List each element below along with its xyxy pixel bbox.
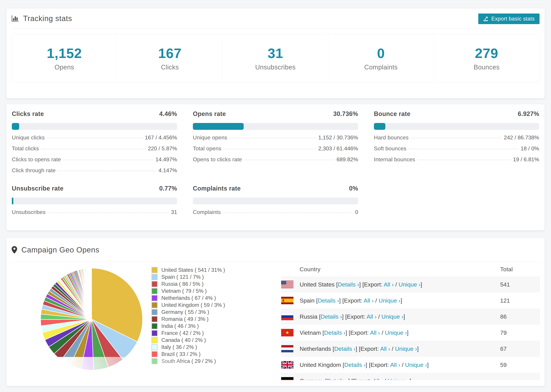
export-all-link[interactable]: All › <box>373 378 383 380</box>
details-link[interactable]: Details › <box>334 345 356 352</box>
legend-label: Canada ( 40 / 2% ) <box>161 337 206 343</box>
legend-label: Russia ( 86 / 5% ) <box>161 281 204 287</box>
rate-row-label: Unique opens <box>193 134 227 141</box>
details-link[interactable]: Details › <box>344 362 366 368</box>
export-unique-link[interactable]: Unique › <box>405 362 427 368</box>
rate-row-value: 14.497% <box>155 156 177 163</box>
export-all-link[interactable]: All › <box>380 345 390 352</box>
export-all-link[interactable]: All › <box>390 362 400 368</box>
rate-value: 6.927% <box>518 110 539 118</box>
export-prefix: Export: <box>344 297 362 304</box>
legend-swatch <box>151 337 158 343</box>
export-unique-link[interactable]: Unique › <box>399 281 421 288</box>
dotted-leader <box>411 138 502 138</box>
country-name: Vietnam <box>300 329 321 336</box>
country-cell: United States [Details ›] [Export: All ›… <box>281 281 500 288</box>
rate-row-label: Click through rate <box>12 167 56 174</box>
pie-svg[interactable] <box>37 264 146 374</box>
progress-bar <box>12 123 177 130</box>
pie-slice-other[interactable] <box>91 268 92 319</box>
details-link[interactable]: Details › <box>324 329 346 336</box>
rate-row-value: 31 <box>171 209 177 215</box>
legend-swatch <box>151 281 158 287</box>
rate-head: Bounce rate6.927% <box>374 110 539 118</box>
bar-chart-icon <box>11 15 19 22</box>
stat-value: 279 <box>475 45 498 61</box>
table-row-germany: Germany [Details ›] [Export: All › / Uni… <box>281 373 540 380</box>
legend-swatch <box>151 288 158 294</box>
legend-label: United Kingdom ( 59 / 3% ) <box>161 302 225 308</box>
rate-row-hard-bounces: Hard bounces242 / 86.738% <box>374 134 539 141</box>
country-total: 86 <box>500 313 540 320</box>
country-links: Spain [Details ›] [Export: All › / Uniqu… <box>300 297 402 304</box>
export-unique-link[interactable]: Unique › <box>385 329 407 336</box>
stat-label: Unsubscribes <box>255 64 296 71</box>
legend-label: Romania ( 49 / 3% ) <box>161 316 209 322</box>
rate-row-label: Internal bounces <box>374 156 415 163</box>
details-link[interactable]: Details › <box>338 281 359 288</box>
rate-row-label: Unsubscribes <box>12 209 46 215</box>
rate-title: Unsubscribe rate <box>12 185 64 192</box>
export-unique-link[interactable]: Unique › <box>379 297 401 304</box>
legend-item-united-states: United States ( 541 / 31% ) <box>151 266 237 273</box>
legend-swatch <box>151 316 158 322</box>
rate-title: Bounce rate <box>374 110 410 118</box>
progress-bar <box>12 197 177 204</box>
dotted-leader <box>41 149 146 149</box>
country-name: United Kingdom <box>300 362 341 368</box>
rate-row-complaints: Complaints0 <box>193 209 358 215</box>
details-link[interactable]: Details › <box>327 378 348 380</box>
table-row-netherlands: Netherlands [Details ›] [Export: All › /… <box>281 341 540 357</box>
table-row-russia: Russia [Details ›] [Export: All › / Uniq… <box>281 308 540 325</box>
rate-rows: Hard bounces242 / 86.738%Soft bounces18 … <box>374 134 539 163</box>
progress-bar <box>193 197 358 204</box>
export-all-link[interactable]: All › <box>370 329 380 336</box>
legend-label: South Africa ( 29 / 2% ) <box>161 358 216 364</box>
geo-header: Campaign Geo Opens <box>11 238 540 262</box>
spain-flag-icon <box>281 297 293 304</box>
export-unique-link[interactable]: Unique › <box>388 378 410 380</box>
rate-row-total-clicks: Total clicks220 / 5.87% <box>12 145 177 152</box>
summary-stat-opens: 1,152Opens <box>12 34 117 82</box>
country-cell: Russia [Details ›] [Export: All › / Uniq… <box>281 313 500 320</box>
export-unique-link[interactable]: Unique › <box>395 345 417 352</box>
tracking-stats-card: Tracking stats Export basic stats 1,152O… <box>6 8 545 98</box>
country-name: Netherlands <box>300 345 331 352</box>
stat-label: Complaints <box>364 64 398 71</box>
rate-block-bounce-rate: Bounce rate6.927%Hard bounces242 / 86.73… <box>374 110 539 174</box>
stat-label: Clicks <box>161 64 179 71</box>
legend-item-canada: Canada ( 40 / 2% ) <box>151 336 237 343</box>
export-prefix: Export: <box>347 313 365 320</box>
dotted-leader <box>48 212 169 213</box>
legend-swatch <box>151 309 158 315</box>
details-link[interactable]: Details › <box>321 313 342 320</box>
export-all-link[interactable]: All › <box>367 313 377 320</box>
legend-item-india: India ( 46 / 3% ) <box>151 322 237 329</box>
country-total: 67 <box>500 345 540 352</box>
rate-row-label: Total opens <box>193 145 221 152</box>
export-all-link[interactable]: All › <box>384 281 394 288</box>
rate-row-value: 0 <box>355 209 358 215</box>
legend-label: Netherlands ( 67 / 4% ) <box>161 295 216 301</box>
geo-pie-chart[interactable] <box>11 262 148 380</box>
rate-row-label: Unique clicks <box>12 134 45 141</box>
geo-legend: United States ( 541 / 31% )Spain ( 121 /… <box>151 266 237 380</box>
progress-bar-fill <box>12 123 19 130</box>
export-basic-stats-button[interactable]: Export basic stats <box>478 14 540 24</box>
rate-row-value: 242 / 86.738% <box>504 134 539 141</box>
rate-row-value: 167 / 4.456% <box>145 134 177 141</box>
export-unique-link[interactable]: Unique › <box>381 313 403 320</box>
legend-item-russia: Russia ( 86 / 5% ) <box>151 280 237 287</box>
export-all-link[interactable]: All › <box>364 297 374 304</box>
stat-label: Bounces <box>474 64 500 71</box>
stat-label: Opens <box>55 64 74 71</box>
details-link[interactable]: Details › <box>318 297 339 304</box>
export-prefix: Export: <box>360 345 379 352</box>
legend-swatch <box>151 330 158 336</box>
table-row-spain: Spain [Details ›] [Export: All › / Uniqu… <box>281 293 540 308</box>
rate-block-unsubscribe-rate: Unsubscribe rate0.77%Unsubscribes31 <box>12 185 177 215</box>
country-links: Russia [Details ›] [Export: All › / Uniq… <box>300 313 405 320</box>
germany-flag-icon <box>281 377 293 380</box>
rate-head: Complaints rate0% <box>193 185 358 192</box>
geo-table-rows: United States [Details ›] [Export: All ›… <box>281 276 540 380</box>
